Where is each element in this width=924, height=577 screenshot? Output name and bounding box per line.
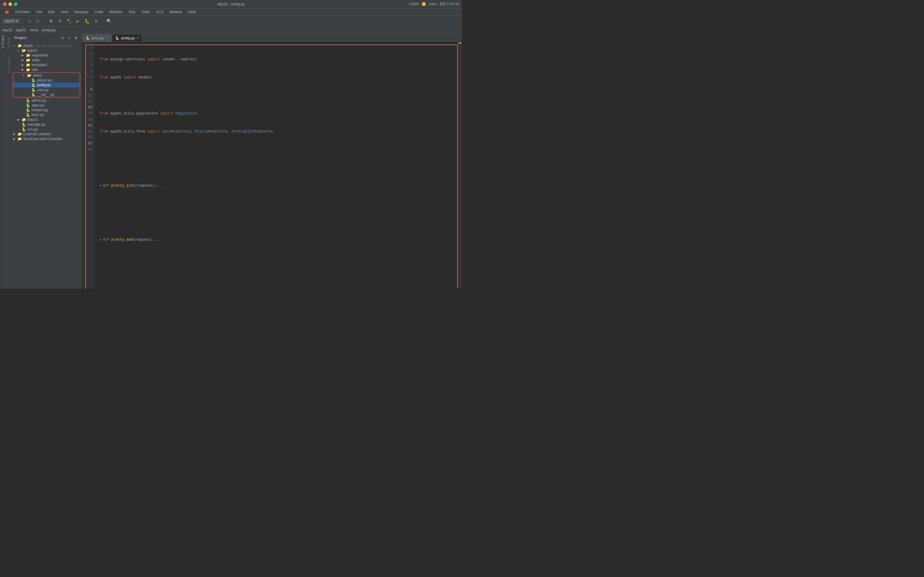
code-editor[interactable]: 1 2 3 4 5 6 7 8 27 28 29 39 40 41 55 56 … xyxy=(81,42,462,288)
tree-item-depart[interactable]: ▶ 🐍 depart.py xyxy=(13,78,80,83)
favorites-label[interactable]: Structure xyxy=(7,36,11,51)
python-icon-tests: 🐍 xyxy=(26,113,31,117)
build-button[interactable]: 🔨 xyxy=(65,17,73,25)
breadcrumb-file[interactable]: pretty.py xyxy=(42,28,56,32)
search-button[interactable]: 🔍 xyxy=(105,17,113,25)
kw-from-2: from xyxy=(100,74,108,81)
tree-item-xxx[interactable]: ▶ 🐍 xxx.py xyxy=(12,127,81,132)
tree-arrow-migrations: ▶ xyxy=(22,54,26,57)
kw-from-4: from xyxy=(100,111,108,117)
tab-icon-pretty: 🐍 xyxy=(115,36,120,40)
menu-tools[interactable]: Tools xyxy=(139,9,152,15)
kw-def-8: def xyxy=(103,183,109,189)
tree-item-scratches[interactable]: ▶ 📁 Scratches and Consoles xyxy=(12,137,81,141)
menu-navigate[interactable]: Navigate xyxy=(72,9,91,15)
menu-run[interactable]: Run xyxy=(126,9,138,15)
forward-button[interactable]: ▷ xyxy=(34,17,42,25)
menu-help[interactable]: Help xyxy=(186,9,198,15)
sidebar-settings-icon[interactable]: ⚙ xyxy=(73,35,79,40)
tree-item-models[interactable]: ▶ 🐍 models.py xyxy=(12,108,81,113)
tab-label-pretty: pretty.py xyxy=(121,36,135,40)
tab-form-py[interactable]: 🐍 form.py ✕ xyxy=(82,34,111,42)
code-content[interactable]: from django.shortcuts import render, red… xyxy=(95,42,457,288)
run-config-label: day16 xyxy=(5,19,15,23)
close-button[interactable] xyxy=(3,2,6,6)
line-num-40: 40 xyxy=(81,117,92,122)
tree-item-app01[interactable]: ▾ 📂 app01 xyxy=(12,48,81,53)
toolbar-separator-1 xyxy=(23,18,23,24)
sync-button[interactable]: ↻ xyxy=(56,17,64,25)
python-icon-depart: 🐍 xyxy=(31,78,36,82)
tree-item-utils[interactable]: ▶ 📁 utils xyxy=(12,67,81,72)
debug-button[interactable]: 🐛 xyxy=(83,17,91,25)
favorites-star[interactable]: 2: Favorites xyxy=(7,57,11,75)
line-num-7: 7 xyxy=(81,81,92,87)
traffic-lights[interactable] xyxy=(3,2,18,6)
code-line-3 xyxy=(100,93,453,98)
sidebar-locate-icon[interactable]: ⊙ xyxy=(60,35,65,40)
tree-label-xxx: xxx.py xyxy=(27,127,37,131)
code-line-28 xyxy=(100,219,453,225)
tree-item-admin[interactable]: ▶ 🐍 admin.py xyxy=(12,98,81,103)
stop-button[interactable]: ■ xyxy=(92,17,100,25)
code-text-2b: models xyxy=(136,74,151,81)
tree-item-ext-libs[interactable]: ▶ 📁 External Libraries xyxy=(12,132,81,137)
python-icon-manage: 🐍 xyxy=(22,122,26,127)
settings-button[interactable]: ⚙ xyxy=(47,17,55,25)
tree-item-static[interactable]: ▶ 📁 static xyxy=(12,58,81,63)
tree-item-manage[interactable]: ▶ 🐍 manage.py xyxy=(12,122,81,127)
tab-bar: 🐍 form.py ✕ 🐍 pretty.py ✕ xyxy=(81,34,462,42)
run-gutter-8[interactable]: ▶ xyxy=(100,183,101,189)
menu-vcs[interactable]: VCS xyxy=(153,9,166,15)
run-button[interactable]: ▶ xyxy=(74,17,82,25)
tree-item-migrations[interactable]: ▶ 📁 migrations xyxy=(12,53,81,58)
menu-edit[interactable]: Edit xyxy=(46,9,57,15)
tree-item-day16-sub[interactable]: ▶ 📁 day16 xyxy=(12,117,81,122)
code-text-5c: , xyxy=(191,129,195,135)
right-gutter[interactable] xyxy=(457,42,462,288)
menu-code[interactable]: Code xyxy=(92,9,106,15)
sidebar-collapse-icon[interactable]: ≡ xyxy=(66,35,72,40)
line-num-28: 28 xyxy=(81,98,92,105)
menu-file[interactable]: File xyxy=(34,9,45,15)
run-gutter-29[interactable]: ▶ xyxy=(100,237,101,243)
breadcrumb-app01[interactable]: app01 xyxy=(16,28,26,32)
code-line-5: from app01.utils.form import UserModelFo… xyxy=(100,129,453,135)
tab-close-pretty[interactable]: ✕ xyxy=(137,36,139,40)
tree-item-user[interactable]: ▶ 🐍 user.py xyxy=(13,87,80,92)
project-sidebar-label[interactable]: 1: Project xyxy=(1,34,5,50)
run-config-selector[interactable]: day16 ▾ xyxy=(2,18,20,24)
menu-window[interactable]: Window xyxy=(167,9,185,15)
tree-item-day16[interactable]: ▾ 📁 day16 ~/PycharmProjects/gx/day16 xyxy=(12,43,81,48)
tree-label-tests: tests.py xyxy=(32,113,44,117)
tab-pretty-py[interactable]: 🐍 pretty.py ✕ xyxy=(112,34,142,42)
tree-item-tests[interactable]: ▶ 🐍 tests.py xyxy=(12,113,81,117)
line-num-41: 41 xyxy=(81,122,92,129)
tree-arrow-app01: ▾ xyxy=(18,49,22,52)
maximize-button[interactable] xyxy=(14,2,18,6)
breadcrumb-views[interactable]: views xyxy=(29,28,39,32)
code-line-8: ▶ def pretty_list(request):... xyxy=(100,183,453,189)
cls-prettyeditmodelform: PrettyEditModelForm xyxy=(232,129,273,135)
menu-apple[interactable]: 🍎 xyxy=(2,9,12,15)
tab-close-form[interactable]: ✕ xyxy=(106,36,108,40)
minimize-button[interactable] xyxy=(8,2,12,6)
menu-pycharm[interactable]: PyCharm xyxy=(13,9,33,15)
back-button[interactable]: ◁ xyxy=(25,17,33,25)
tree-label-manage: manage.py xyxy=(27,122,45,127)
cls-usermodelform: UserModelForm xyxy=(162,129,191,135)
tree-item-pretty[interactable]: ▶ 🐍 pretty.py xyxy=(13,83,80,87)
kw-import-1: import xyxy=(147,56,160,63)
tree-item-apps[interactable]: ▶ 🐍 apps.py xyxy=(12,103,81,108)
line-num-29: 29 xyxy=(81,105,92,111)
tree-label-ext-libs: External Libraries xyxy=(23,132,51,136)
menu-refactor[interactable]: Refactor xyxy=(107,9,125,15)
tree-item-views[interactable]: ▾ 📂 views xyxy=(13,73,80,78)
tree-arrow-ext-libs: ▶ xyxy=(13,132,18,135)
sidebar-header: Project ⊙ ≡ ⚙ xyxy=(12,34,81,42)
clock: 周五下午5:59 xyxy=(439,2,459,6)
tree-item-init[interactable]: ▶ 🐍 __init__.py xyxy=(13,92,80,97)
menu-view[interactable]: View xyxy=(58,9,71,15)
tree-item-templates[interactable]: ▶ 📁 templates xyxy=(12,63,81,67)
breadcrumb-day16[interactable]: day16 xyxy=(2,28,12,32)
